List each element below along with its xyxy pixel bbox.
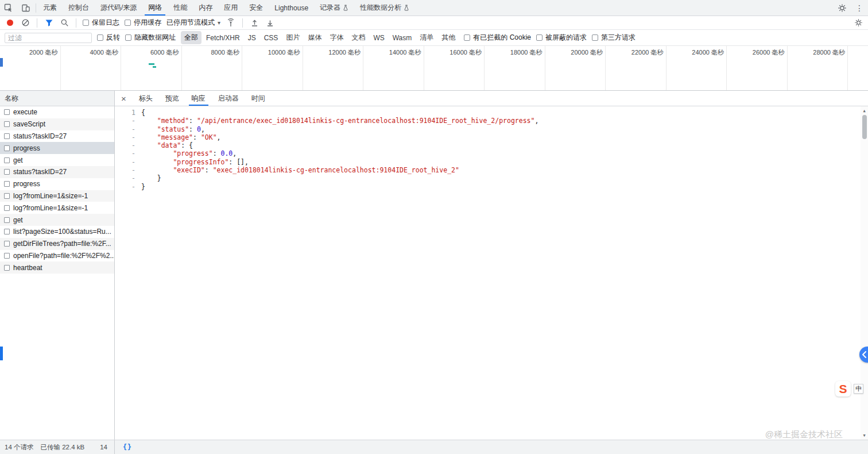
import-har-button[interactable] — [249, 18, 259, 28]
line-gutter[interactable]: - — [115, 149, 141, 157]
detail-tab[interactable]: 时间 — [245, 91, 272, 106]
tab-label: 内存 — [199, 3, 212, 13]
request-row[interactable]: progress — [0, 142, 114, 154]
request-row[interactable]: saveScript — [0, 118, 114, 130]
code-segment: : { — [181, 141, 193, 149]
line-gutter[interactable]: - — [115, 133, 141, 141]
filter-toggle-button[interactable] — [44, 18, 54, 28]
code-segment — [141, 149, 173, 157]
devtools-panel-tab[interactable]: 应用 — [218, 0, 243, 16]
devtools-panel-tab[interactable]: 性能 — [168, 0, 193, 16]
filter-input[interactable] — [5, 33, 92, 43]
resource-type-chip[interactable]: 全部 — [181, 31, 202, 44]
disable-cache-checkbox[interactable]: 停用缓存 — [125, 18, 161, 28]
line-gutter[interactable]: - — [115, 183, 141, 191]
scrollbar-thumb[interactable] — [862, 115, 867, 139]
code-line: - "method": "/api/entrance/exec_id018014… — [115, 117, 868, 125]
resource-type-chip[interactable]: 文档 — [348, 31, 369, 44]
code-segment: : — [189, 117, 197, 125]
line-gutter[interactable]: - — [115, 125, 141, 133]
devtools-panel-tab[interactable]: 网络 — [142, 0, 168, 16]
resource-type-chip[interactable]: 字体 — [326, 31, 347, 44]
close-icon: × — [121, 94, 126, 103]
devtools-panel-tab[interactable]: 内存 — [193, 0, 218, 16]
devtools-panel-tab[interactable]: 安全 — [243, 0, 269, 16]
ime-mode-chinese[interactable]: 中 — [854, 384, 863, 394]
resource-type-chip[interactable]: 媒体 — [304, 31, 325, 44]
throttling-select[interactable]: 已停用节流模式 ▾ — [166, 18, 220, 28]
request-row[interactable]: execute — [0, 106, 114, 118]
code-line: -} — [115, 183, 868, 191]
devtools-panel-tab[interactable]: 记录器 — [314, 0, 354, 16]
code-segment: : — [189, 125, 197, 133]
resource-type-chip[interactable]: WS — [370, 32, 388, 44]
ime-indicator[interactable]: S 中 — [835, 381, 863, 397]
detail-tab[interactable]: 启动器 — [212, 91, 245, 106]
line-gutter[interactable]: - — [115, 141, 141, 149]
devtools-panel-tab[interactable]: 性能数据分析 — [354, 0, 415, 16]
record-button[interactable] — [5, 18, 15, 28]
resource-type-chip[interactable]: CSS — [261, 32, 282, 44]
line-gutter[interactable]: - — [115, 166, 141, 174]
code-segment — [141, 141, 157, 149]
timeline-overview[interactable]: 2000 毫秒 4000 毫秒 6000 毫秒 8000 毫秒 10000 毫秒… — [0, 46, 868, 91]
checkbox-icon — [464, 34, 470, 41]
request-row[interactable]: status?taskID=27 — [0, 166, 114, 178]
request-row[interactable]: log?fromLine=1&size=-1 — [0, 202, 114, 214]
detail-tab[interactable]: 响应 — [185, 91, 212, 106]
blocked-requests-checkbox[interactable]: 被屏蔽的请求 — [536, 33, 587, 43]
request-row[interactable]: get — [0, 154, 114, 166]
third-party-checkbox[interactable]: 第三方请求 — [592, 33, 636, 43]
line-gutter[interactable]: - — [115, 158, 141, 166]
device-toolbar-button[interactable] — [17, 0, 34, 16]
close-detail-button[interactable]: × — [115, 91, 133, 106]
more-options-button[interactable]: ⋮ — [851, 3, 868, 13]
gear-icon — [838, 3, 847, 13]
resource-type-chip[interactable]: 其他 — [438, 31, 459, 44]
detail-tab[interactable]: 预览 — [159, 91, 185, 106]
inspect-element-button[interactable] — [0, 0, 17, 16]
resource-type-chip[interactable]: Fetch/XHR — [203, 32, 243, 44]
request-row[interactable]: get — [0, 214, 114, 226]
code-segment: : — [205, 166, 213, 174]
scroll-down-icon[interactable]: ▼ — [863, 431, 865, 440]
resource-type-chip[interactable]: 图片 — [282, 31, 303, 44]
ime-sogou-icon[interactable]: S — [835, 381, 851, 397]
response-json-view[interactable]: 1{ - "method": "/api/entrance/exec_id018… — [115, 106, 868, 440]
resource-type-chip[interactable]: Wasm — [389, 32, 416, 44]
name-column-header[interactable]: 名称 — [0, 91, 114, 106]
devtools-panel-tab[interactable]: 元素 — [37, 0, 63, 16]
search-button[interactable] — [59, 18, 69, 28]
request-row[interactable]: status?taskID=27 — [0, 130, 114, 143]
request-row[interactable]: list?pageSize=100&status=Ru... — [0, 226, 114, 238]
detail-tab[interactable]: 标头 — [133, 91, 159, 106]
line-gutter[interactable]: 1 — [115, 109, 141, 117]
request-row[interactable]: log?fromLine=1&size=-1 — [0, 190, 114, 202]
request-row[interactable]: getDirFileTrees?path=file:%2F... — [0, 238, 114, 250]
export-har-button[interactable] — [265, 18, 275, 28]
request-row[interactable]: openFile?path=file:%2F%2F%2... — [0, 250, 114, 262]
timeline-tick: 2000 毫秒 — [0, 46, 61, 90]
devtools-panel-tab[interactable]: 源代码/来源 — [95, 0, 142, 16]
invert-checkbox[interactable]: 反转 — [97, 33, 120, 43]
resource-type-chip[interactable]: JS — [245, 32, 259, 44]
line-gutter[interactable]: - — [115, 174, 141, 182]
line-gutter[interactable]: - — [115, 117, 141, 125]
preserve-log-checkbox[interactable]: 保留日志 — [83, 18, 119, 28]
devtools-panel-tab[interactable]: 控制台 — [63, 0, 95, 16]
network-settings-button[interactable] — [853, 18, 863, 28]
timeline-tick-label: 20000 毫秒 — [571, 49, 603, 56]
request-row[interactable]: progress — [0, 178, 114, 190]
hide-data-urls-checkbox[interactable]: 隐藏数据网址 — [125, 33, 176, 43]
resource-type-chip[interactable]: 清单 — [416, 31, 437, 44]
network-conditions-button[interactable] — [226, 18, 236, 28]
devtools-panel-tab[interactable]: Lighthouse — [269, 0, 314, 16]
blocked-cookies-checkbox[interactable]: 有已拦截的 Cookie — [464, 33, 531, 43]
timeline-tick-label: 18000 毫秒 — [510, 49, 542, 56]
scroll-up-icon[interactable]: ▲ — [863, 106, 865, 115]
settings-gear-button[interactable] — [834, 3, 851, 13]
request-row[interactable]: heartbeat — [0, 261, 114, 274]
clear-button[interactable] — [20, 18, 30, 28]
request-name: get — [13, 216, 23, 224]
pretty-print-button[interactable]: {} — [115, 440, 140, 454]
